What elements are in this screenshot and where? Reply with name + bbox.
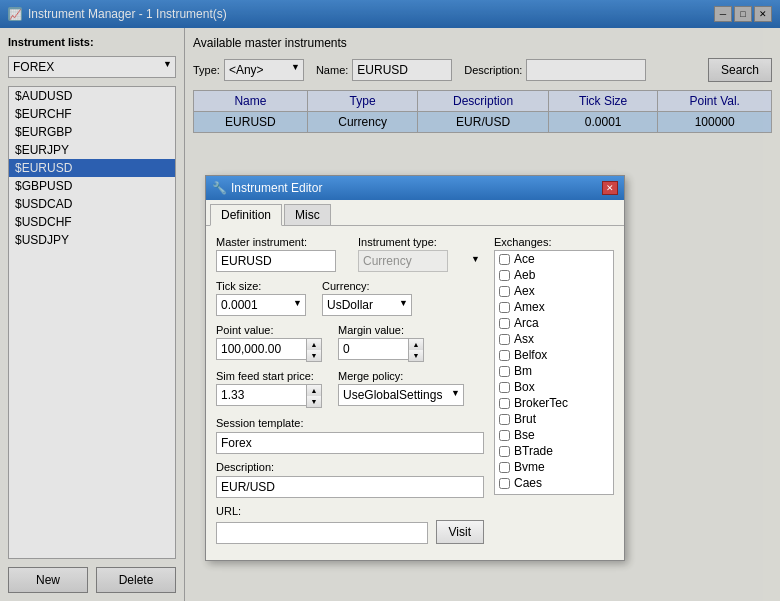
exchanges-section: Exchanges: Ace Aeb Aex Amex Arca Asx Bel… [494,236,614,550]
margin-value-up[interactable]: ▲ [409,339,423,350]
exchange-checkbox-caes[interactable] [499,478,510,489]
editor-body: Master instrument: Instrument type: Curr… [206,226,624,560]
modal-overlay: 🔧 Instrument Editor ✕ Definition Misc Ma… [0,0,780,601]
exchange-checkbox-box[interactable] [499,382,510,393]
editor-icon: 🔧 [212,181,226,195]
exchange-checkbox-aex[interactable] [499,286,510,297]
exchange-checkbox-btrade[interactable] [499,446,510,457]
exchange-checkbox-amex[interactable] [499,302,510,313]
exchange-checkbox-asx[interactable] [499,334,510,345]
tab-bar: Definition Misc [206,200,624,226]
sim-feed-label: Sim feed start price: [216,370,322,382]
instrument-type-label: Instrument type: [358,236,484,248]
merge-policy-select[interactable]: UseGlobalSettings [338,384,464,406]
margin-value-down[interactable]: ▼ [409,350,423,361]
instrument-type-select[interactable]: Currency [358,250,448,272]
merge-policy-label: Merge policy: [338,370,464,382]
session-template-select[interactable]: Forex [216,432,484,454]
exchange-item[interactable]: Aex [495,283,613,299]
url-input[interactable] [216,522,428,544]
exchange-item[interactable]: Belfox [495,347,613,363]
exchange-item[interactable]: Ace [495,251,613,267]
exchange-checkbox-bse[interactable] [499,430,510,441]
tab-definition[interactable]: Definition [210,204,282,226]
currency-select[interactable]: UsDollar [322,294,412,316]
editor-title: Instrument Editor [231,181,322,195]
exchange-checkbox-brut[interactable] [499,414,510,425]
exchange-item[interactable]: Caes [495,475,613,491]
editor-close-button[interactable]: ✕ [602,181,618,195]
exchange-item[interactable]: Amex [495,299,613,315]
exchange-checkbox-arca[interactable] [499,318,510,329]
exchange-item[interactable]: Cboe [495,491,613,495]
sim-feed-up[interactable]: ▲ [307,385,321,396]
point-value-input[interactable] [216,338,306,360]
exchange-item[interactable]: Bse [495,427,613,443]
exchanges-label: Exchanges: [494,236,614,248]
tick-size-select[interactable]: 0.0001 [216,294,306,316]
description-input[interactable] [216,476,484,498]
exchange-checkbox-bm[interactable] [499,366,510,377]
point-value-label: Point value: [216,324,322,336]
visit-button[interactable]: Visit [436,520,484,544]
sim-feed-input[interactable] [216,384,306,406]
exchange-item[interactable]: Brut [495,411,613,427]
exchange-item[interactable]: Arca [495,315,613,331]
exchange-item[interactable]: BTrade [495,443,613,459]
url-label: URL: [216,505,241,517]
exchange-checkbox-aeb[interactable] [499,270,510,281]
exchanges-list[interactable]: Ace Aeb Aex Amex Arca Asx Belfox Bm Box … [494,250,614,495]
exchange-item[interactable]: Asx [495,331,613,347]
exchange-item[interactable]: Aeb [495,267,613,283]
margin-value-label: Margin value: [338,324,424,336]
exchange-checkbox-cboe[interactable] [499,494,510,496]
exchange-checkbox-ace[interactable] [499,254,510,265]
editor-title-bar: 🔧 Instrument Editor ✕ [206,176,624,200]
master-instrument-input[interactable] [216,250,336,272]
description-label: Description: [216,461,274,473]
point-value-down[interactable]: ▼ [307,350,321,361]
point-value-up[interactable]: ▲ [307,339,321,350]
master-instrument-label: Master instrument: [216,236,342,248]
exchange-item[interactable]: Box [495,379,613,395]
exchange-item[interactable]: BrokerTec [495,395,613,411]
exchange-checkbox-bvme[interactable] [499,462,510,473]
sim-feed-down[interactable]: ▼ [307,396,321,407]
tick-size-label: Tick size: [216,280,306,292]
instrument-editor: 🔧 Instrument Editor ✕ Definition Misc Ma… [205,175,625,561]
exchange-item[interactable]: Bm [495,363,613,379]
exchange-checkbox-brokertec[interactable] [499,398,510,409]
exchange-item[interactable]: Bvme [495,459,613,475]
session-template-label: Session template: [216,417,303,429]
exchange-checkbox-belfox[interactable] [499,350,510,361]
tab-misc[interactable]: Misc [284,204,331,225]
currency-label: Currency: [322,280,412,292]
margin-value-input[interactable] [338,338,408,360]
